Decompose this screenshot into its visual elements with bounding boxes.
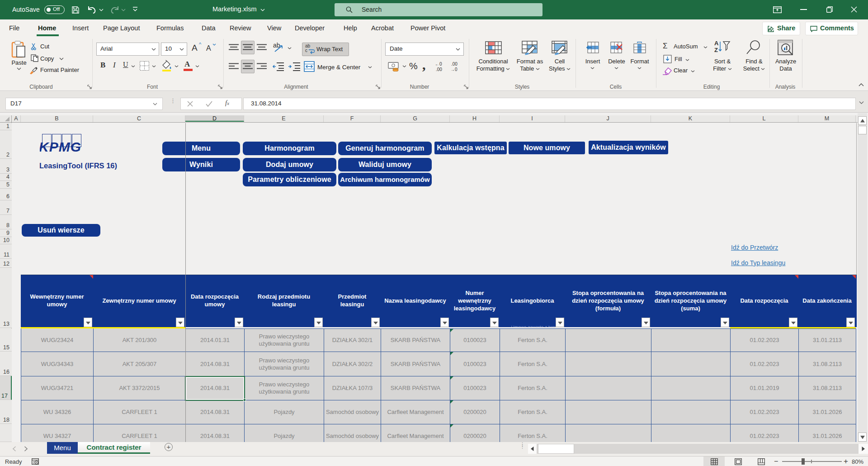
- svg-text:→0: →0: [450, 67, 458, 71]
- svg-text:.00: .00: [436, 67, 442, 71]
- svg-text:KPMG: KPMG: [40, 139, 81, 153]
- svg-text:←0: ←0: [435, 62, 442, 67]
- svg-text:Z: Z: [714, 47, 718, 53]
- svg-text:.00: .00: [451, 62, 458, 67]
- svg-text:A: A: [714, 40, 719, 47]
